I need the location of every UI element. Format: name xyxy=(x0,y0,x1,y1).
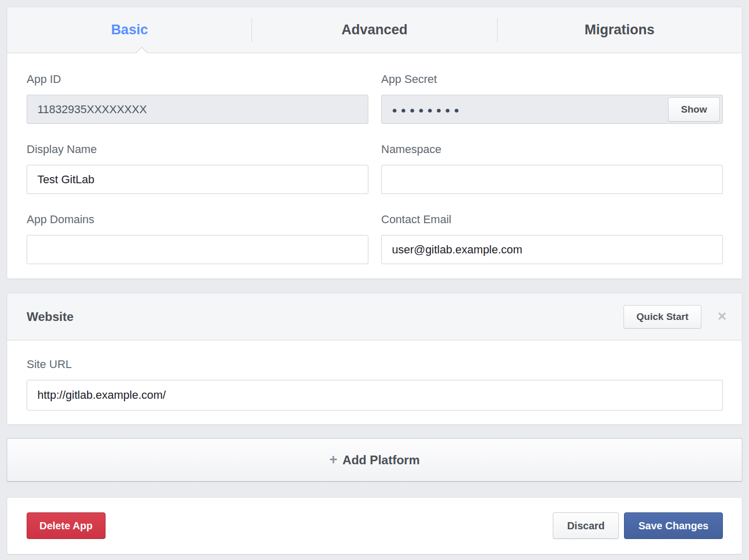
site-url-field-group: Site URL xyxy=(27,358,723,411)
namespace-label: Namespace xyxy=(381,143,723,156)
display-name-label: Display Name xyxy=(27,143,368,156)
tab-migrations[interactable]: Migrations xyxy=(497,7,742,53)
app-secret-field-group: App Secret ●●●●●●●● Show xyxy=(381,73,723,124)
add-platform-button[interactable]: + Add Platform xyxy=(7,438,742,482)
contact-email-label: Contact Email xyxy=(381,213,723,226)
namespace-input[interactable] xyxy=(381,165,723,194)
tab-basic[interactable]: Basic xyxy=(7,7,252,53)
settings-tabbar: Basic Advanced Migrations xyxy=(7,7,742,53)
close-icon[interactable]: ✕ xyxy=(717,311,727,322)
app-id-label: App ID xyxy=(27,73,368,86)
display-name-field-group: Display Name xyxy=(27,143,368,194)
basic-settings-form: App ID App Secret ●●●●●●●● Show Display … xyxy=(7,53,742,278)
app-domains-input[interactable] xyxy=(27,235,368,264)
show-secret-button[interactable]: Show xyxy=(668,97,720,122)
quick-start-button[interactable]: Quick Start xyxy=(623,305,701,329)
contact-email-input[interactable] xyxy=(381,235,723,264)
website-platform-card: Website Quick Start ✕ Site URL xyxy=(7,293,742,425)
website-section-body: Site URL xyxy=(7,340,742,424)
app-settings-page: Basic Advanced Migrations App ID App Sec… xyxy=(0,0,749,560)
site-url-label: Site URL xyxy=(27,358,723,371)
tab-advanced[interactable]: Advanced xyxy=(252,7,496,53)
site-url-input[interactable] xyxy=(27,380,723,411)
website-section-title: Website xyxy=(27,310,623,324)
namespace-field-group: Namespace xyxy=(381,143,723,194)
app-domains-field-group: App Domains xyxy=(27,213,368,264)
app-secret-masked-value: ●●●●●●●● xyxy=(392,104,463,115)
app-secret-label: App Secret xyxy=(381,73,723,86)
app-id-field-group: App ID xyxy=(27,73,368,124)
app-secret-masked-box: ●●●●●●●● Show xyxy=(381,95,723,124)
display-name-input[interactable] xyxy=(27,165,368,194)
delete-app-button[interactable]: Delete App xyxy=(27,512,106,539)
plus-icon: + xyxy=(329,452,338,468)
add-platform-label: Add Platform xyxy=(343,453,420,467)
app-id-input xyxy=(27,95,368,124)
save-changes-button[interactable]: Save Changes xyxy=(624,512,723,539)
website-section-header: Website Quick Start ✕ xyxy=(7,293,742,340)
app-domains-label: App Domains xyxy=(27,213,368,226)
basic-settings-card: Basic Advanced Migrations App ID App Sec… xyxy=(7,7,742,279)
footer-actions-card: Delete App Discard Save Changes xyxy=(7,497,742,554)
discard-button[interactable]: Discard xyxy=(553,512,619,539)
contact-email-field-group: Contact Email xyxy=(381,213,723,264)
